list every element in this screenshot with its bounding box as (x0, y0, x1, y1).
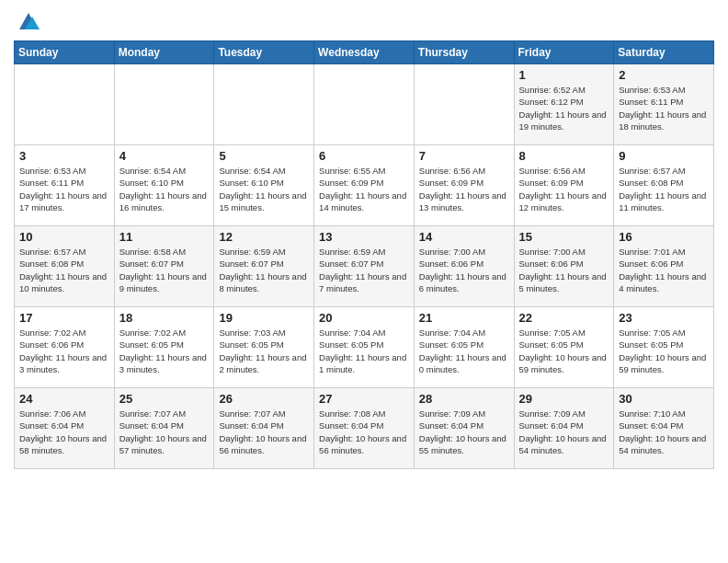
column-header-friday: Friday (514, 41, 614, 64)
day-number: 4 (119, 149, 210, 163)
day-cell: 25Sunrise: 7:07 AMSunset: 6:04 PMDayligh… (114, 388, 214, 469)
day-cell: 16Sunrise: 7:01 AMSunset: 6:06 PMDayligh… (614, 226, 714, 307)
calendar-page: SundayMondayTuesdayWednesdayThursdayFrid… (0, 0, 728, 483)
day-number: 2 (619, 68, 709, 82)
day-cell: 6Sunrise: 6:55 AMSunset: 6:09 PMDaylight… (314, 145, 415, 226)
cell-info: Sunrise: 7:09 AMSunset: 6:04 PMDaylight:… (519, 408, 609, 456)
cell-info: Sunrise: 7:09 AMSunset: 6:04 PMDaylight:… (419, 408, 509, 456)
cell-info: Sunrise: 7:04 AMSunset: 6:05 PMDaylight:… (319, 327, 409, 375)
day-cell: 3Sunrise: 6:53 AMSunset: 6:11 PMDaylight… (15, 145, 115, 226)
day-cell: 10Sunrise: 6:57 AMSunset: 6:08 PMDayligh… (15, 226, 115, 307)
logo (14, 9, 41, 35)
day-cell (114, 64, 214, 145)
day-cell: 17Sunrise: 7:02 AMSunset: 6:06 PMDayligh… (15, 307, 115, 388)
cell-info: Sunrise: 6:53 AMSunset: 6:11 PMDaylight:… (19, 165, 109, 213)
column-header-tuesday: Tuesday (214, 41, 314, 64)
day-cell (214, 64, 314, 145)
day-cell: 20Sunrise: 7:04 AMSunset: 6:05 PMDayligh… (314, 307, 415, 388)
week-row-4: 17Sunrise: 7:02 AMSunset: 6:06 PMDayligh… (15, 307, 714, 388)
cell-info: Sunrise: 7:07 AMSunset: 6:04 PMDaylight:… (119, 408, 210, 456)
day-cell: 24Sunrise: 7:06 AMSunset: 6:04 PMDayligh… (15, 388, 115, 469)
day-cell: 9Sunrise: 6:57 AMSunset: 6:08 PMDaylight… (614, 145, 714, 226)
day-cell: 27Sunrise: 7:08 AMSunset: 6:04 PMDayligh… (314, 388, 415, 469)
cell-info: Sunrise: 6:59 AMSunset: 6:07 PMDaylight:… (219, 246, 309, 294)
day-cell: 29Sunrise: 7:09 AMSunset: 6:04 PMDayligh… (514, 388, 614, 469)
cell-info: Sunrise: 7:00 AMSunset: 6:06 PMDaylight:… (419, 246, 509, 294)
day-cell: 15Sunrise: 7:00 AMSunset: 6:06 PMDayligh… (514, 226, 614, 307)
day-number: 8 (519, 149, 609, 163)
day-number: 26 (219, 392, 309, 406)
day-number: 10 (19, 230, 109, 244)
cell-info: Sunrise: 6:53 AMSunset: 6:11 PMDaylight:… (619, 84, 709, 132)
cell-info: Sunrise: 6:56 AMSunset: 6:09 PMDaylight:… (519, 165, 609, 213)
day-number: 18 (119, 311, 210, 325)
day-number: 7 (419, 149, 509, 163)
cell-info: Sunrise: 6:59 AMSunset: 6:07 PMDaylight:… (319, 246, 409, 294)
column-header-saturday: Saturday (614, 41, 714, 64)
day-number: 1 (519, 68, 609, 82)
cell-info: Sunrise: 7:03 AMSunset: 6:05 PMDaylight:… (219, 327, 309, 375)
cell-info: Sunrise: 6:58 AMSunset: 6:07 PMDaylight:… (119, 246, 210, 294)
calendar-table: SundayMondayTuesdayWednesdayThursdayFrid… (14, 40, 714, 469)
cell-info: Sunrise: 7:00 AMSunset: 6:06 PMDaylight:… (519, 246, 609, 294)
cell-info: Sunrise: 7:04 AMSunset: 6:05 PMDaylight:… (419, 327, 509, 375)
day-cell (314, 64, 415, 145)
cell-info: Sunrise: 7:08 AMSunset: 6:04 PMDaylight:… (319, 408, 409, 456)
day-number: 16 (619, 230, 709, 244)
cell-info: Sunrise: 6:57 AMSunset: 6:08 PMDaylight:… (619, 165, 709, 213)
day-cell (15, 64, 115, 145)
day-number: 13 (319, 230, 409, 244)
header-row: SundayMondayTuesdayWednesdayThursdayFrid… (15, 41, 714, 64)
logo-icon (16, 9, 41, 35)
day-number: 22 (519, 311, 609, 325)
cell-info: Sunrise: 7:07 AMSunset: 6:04 PMDaylight:… (219, 408, 309, 456)
day-number: 23 (619, 311, 709, 325)
column-header-thursday: Thursday (414, 41, 514, 64)
cell-info: Sunrise: 7:05 AMSunset: 6:05 PMDaylight:… (519, 327, 609, 375)
column-header-sunday: Sunday (15, 41, 115, 64)
day-number: 5 (219, 149, 309, 163)
day-cell: 7Sunrise: 6:56 AMSunset: 6:09 PMDaylight… (414, 145, 514, 226)
day-cell: 21Sunrise: 7:04 AMSunset: 6:05 PMDayligh… (414, 307, 514, 388)
cell-info: Sunrise: 7:05 AMSunset: 6:05 PMDaylight:… (619, 327, 709, 375)
day-cell: 11Sunrise: 6:58 AMSunset: 6:07 PMDayligh… (114, 226, 214, 307)
week-row-3: 10Sunrise: 6:57 AMSunset: 6:08 PMDayligh… (15, 226, 714, 307)
week-row-5: 24Sunrise: 7:06 AMSunset: 6:04 PMDayligh… (15, 388, 714, 469)
cell-info: Sunrise: 6:54 AMSunset: 6:10 PMDaylight:… (119, 165, 210, 213)
day-number: 12 (219, 230, 309, 244)
day-cell: 5Sunrise: 6:54 AMSunset: 6:10 PMDaylight… (214, 145, 314, 226)
day-number: 24 (19, 392, 109, 406)
column-header-wednesday: Wednesday (314, 41, 415, 64)
day-cell: 19Sunrise: 7:03 AMSunset: 6:05 PMDayligh… (214, 307, 314, 388)
cell-info: Sunrise: 7:01 AMSunset: 6:06 PMDaylight:… (619, 246, 709, 294)
day-number: 28 (419, 392, 509, 406)
cell-info: Sunrise: 7:02 AMSunset: 6:05 PMDaylight:… (119, 327, 210, 375)
cell-info: Sunrise: 6:52 AMSunset: 6:12 PMDaylight:… (519, 84, 609, 132)
day-cell: 14Sunrise: 7:00 AMSunset: 6:06 PMDayligh… (414, 226, 514, 307)
day-number: 19 (219, 311, 309, 325)
day-number: 11 (119, 230, 210, 244)
day-number: 21 (419, 311, 509, 325)
day-number: 14 (419, 230, 509, 244)
cell-info: Sunrise: 6:57 AMSunset: 6:08 PMDaylight:… (19, 246, 109, 294)
day-cell: 26Sunrise: 7:07 AMSunset: 6:04 PMDayligh… (214, 388, 314, 469)
day-number: 9 (619, 149, 709, 163)
week-row-2: 3Sunrise: 6:53 AMSunset: 6:11 PMDaylight… (15, 145, 714, 226)
day-cell (414, 64, 514, 145)
day-cell: 18Sunrise: 7:02 AMSunset: 6:05 PMDayligh… (114, 307, 214, 388)
cell-info: Sunrise: 7:10 AMSunset: 6:04 PMDaylight:… (619, 408, 709, 456)
day-cell: 22Sunrise: 7:05 AMSunset: 6:05 PMDayligh… (514, 307, 614, 388)
day-number: 27 (319, 392, 409, 406)
day-cell: 4Sunrise: 6:54 AMSunset: 6:10 PMDaylight… (114, 145, 214, 226)
week-row-1: 1Sunrise: 6:52 AMSunset: 6:12 PMDaylight… (15, 64, 714, 145)
day-number: 20 (319, 311, 409, 325)
column-header-monday: Monday (114, 41, 214, 64)
day-number: 15 (519, 230, 609, 244)
header (14, 9, 714, 35)
cell-info: Sunrise: 7:02 AMSunset: 6:06 PMDaylight:… (19, 327, 109, 375)
day-number: 17 (19, 311, 109, 325)
cell-info: Sunrise: 7:06 AMSunset: 6:04 PMDaylight:… (19, 408, 109, 456)
day-cell: 30Sunrise: 7:10 AMSunset: 6:04 PMDayligh… (614, 388, 714, 469)
day-cell: 2Sunrise: 6:53 AMSunset: 6:11 PMDaylight… (614, 64, 714, 145)
day-cell: 23Sunrise: 7:05 AMSunset: 6:05 PMDayligh… (614, 307, 714, 388)
